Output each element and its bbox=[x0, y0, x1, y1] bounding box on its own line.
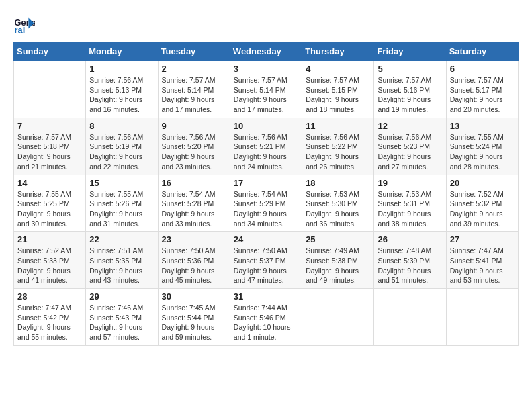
day-info: Sunrise: 7:48 AM Sunset: 5:39 PM Dayligh… bbox=[378, 246, 442, 285]
day-info: Sunrise: 7:46 AM Sunset: 5:43 PM Dayligh… bbox=[89, 303, 154, 342]
day-info: Sunrise: 7:56 AM Sunset: 5:20 PM Dayligh… bbox=[162, 132, 226, 172]
calendar-cell: 16Sunrise: 7:54 AM Sunset: 5:28 PM Dayli… bbox=[158, 175, 230, 232]
calendar-week-row: 28Sunrise: 7:47 AM Sunset: 5:42 PM Dayli… bbox=[14, 289, 519, 346]
day-info: Sunrise: 7:57 AM Sunset: 5:16 PM Dayligh… bbox=[378, 75, 442, 115]
calendar-cell: 12Sunrise: 7:56 AM Sunset: 5:23 PM Dayli… bbox=[374, 118, 446, 175]
day-info: Sunrise: 7:56 AM Sunset: 5:23 PM Dayligh… bbox=[378, 132, 442, 172]
calendar-cell: 19Sunrise: 7:53 AM Sunset: 5:31 PM Dayli… bbox=[374, 175, 446, 232]
weekday-header-sunday: Sunday bbox=[14, 42, 86, 61]
day-number: 29 bbox=[89, 291, 154, 302]
calendar-cell: 21Sunrise: 7:52 AM Sunset: 5:33 PM Dayli… bbox=[14, 232, 86, 289]
day-number: 11 bbox=[306, 121, 370, 131]
svg-text:ral: ral bbox=[15, 25, 26, 35]
weekday-header-thursday: Thursday bbox=[302, 42, 374, 61]
calendar-week-row: 21Sunrise: 7:52 AM Sunset: 5:33 PM Dayli… bbox=[14, 232, 519, 289]
weekday-header-monday: Monday bbox=[86, 42, 158, 61]
day-number: 24 bbox=[234, 234, 298, 244]
day-number: 28 bbox=[17, 291, 82, 302]
day-info: Sunrise: 7:52 AM Sunset: 5:33 PM Dayligh… bbox=[17, 246, 82, 285]
weekday-header-wednesday: Wednesday bbox=[230, 42, 302, 61]
day-number: 27 bbox=[450, 234, 515, 244]
calendar-cell: 29Sunrise: 7:46 AM Sunset: 5:43 PM Dayli… bbox=[86, 289, 158, 346]
day-number: 3 bbox=[234, 64, 298, 74]
day-number: 4 bbox=[306, 64, 370, 74]
day-info: Sunrise: 7:55 AM Sunset: 5:24 PM Dayligh… bbox=[450, 132, 515, 172]
day-info: Sunrise: 7:55 AM Sunset: 5:25 PM Dayligh… bbox=[17, 189, 82, 229]
calendar-cell: 23Sunrise: 7:50 AM Sunset: 5:36 PM Dayli… bbox=[158, 232, 230, 289]
calendar-cell: 2Sunrise: 7:57 AM Sunset: 5:14 PM Daylig… bbox=[158, 61, 230, 118]
day-info: Sunrise: 7:53 AM Sunset: 5:30 PM Dayligh… bbox=[306, 189, 370, 229]
day-info: Sunrise: 7:56 AM Sunset: 5:19 PM Dayligh… bbox=[89, 132, 154, 172]
page-header: Gene ral bbox=[13, 13, 519, 35]
day-info: Sunrise: 7:57 AM Sunset: 5:14 PM Dayligh… bbox=[162, 75, 226, 115]
logo-icon: Gene ral bbox=[13, 13, 35, 35]
day-number: 2 bbox=[162, 64, 226, 74]
day-number: 6 bbox=[450, 64, 515, 74]
calendar-cell: 27Sunrise: 7:47 AM Sunset: 5:41 PM Dayli… bbox=[446, 232, 518, 289]
calendar-cell: 22Sunrise: 7:51 AM Sunset: 5:35 PM Dayli… bbox=[86, 232, 158, 289]
calendar-cell: 7Sunrise: 7:57 AM Sunset: 5:18 PM Daylig… bbox=[14, 118, 86, 175]
day-info: Sunrise: 7:51 AM Sunset: 5:35 PM Dayligh… bbox=[89, 246, 154, 285]
calendar-cell: 3Sunrise: 7:57 AM Sunset: 5:14 PM Daylig… bbox=[230, 61, 302, 118]
day-number: 31 bbox=[234, 291, 298, 302]
day-number: 5 bbox=[378, 64, 442, 74]
day-number: 30 bbox=[162, 291, 226, 302]
day-number: 22 bbox=[89, 234, 154, 244]
calendar-cell: 25Sunrise: 7:49 AM Sunset: 5:38 PM Dayli… bbox=[302, 232, 374, 289]
calendar-cell: 4Sunrise: 7:57 AM Sunset: 5:15 PM Daylig… bbox=[302, 61, 374, 118]
day-number: 25 bbox=[306, 234, 370, 244]
day-info: Sunrise: 7:55 AM Sunset: 5:26 PM Dayligh… bbox=[89, 189, 154, 229]
day-number: 16 bbox=[162, 178, 226, 188]
day-info: Sunrise: 7:50 AM Sunset: 5:36 PM Dayligh… bbox=[162, 246, 226, 285]
day-info: Sunrise: 7:47 AM Sunset: 5:41 PM Dayligh… bbox=[450, 246, 515, 285]
calendar-cell: 14Sunrise: 7:55 AM Sunset: 5:25 PM Dayli… bbox=[14, 175, 86, 232]
weekday-header-saturday: Saturday bbox=[446, 42, 518, 61]
day-number: 12 bbox=[378, 121, 442, 131]
day-number: 13 bbox=[450, 121, 515, 131]
calendar-table: SundayMondayTuesdayWednesdayThursdayFrid… bbox=[13, 42, 519, 346]
calendar-week-row: 7Sunrise: 7:57 AM Sunset: 5:18 PM Daylig… bbox=[14, 118, 519, 175]
day-info: Sunrise: 7:50 AM Sunset: 5:37 PM Dayligh… bbox=[234, 246, 298, 285]
calendar-cell: 11Sunrise: 7:56 AM Sunset: 5:22 PM Dayli… bbox=[302, 118, 374, 175]
calendar-cell bbox=[302, 289, 374, 346]
day-info: Sunrise: 7:47 AM Sunset: 5:42 PM Dayligh… bbox=[17, 303, 82, 342]
calendar-cell: 20Sunrise: 7:52 AM Sunset: 5:32 PM Dayli… bbox=[446, 175, 518, 232]
day-info: Sunrise: 7:57 AM Sunset: 5:18 PM Dayligh… bbox=[17, 132, 82, 172]
calendar-cell: 10Sunrise: 7:56 AM Sunset: 5:21 PM Dayli… bbox=[230, 118, 302, 175]
day-number: 21 bbox=[17, 234, 82, 244]
day-number: 9 bbox=[162, 121, 226, 131]
calendar-week-row: 1Sunrise: 7:56 AM Sunset: 5:13 PM Daylig… bbox=[14, 61, 519, 118]
day-number: 7 bbox=[17, 121, 82, 131]
day-number: 20 bbox=[450, 178, 515, 188]
day-info: Sunrise: 7:56 AM Sunset: 5:22 PM Dayligh… bbox=[306, 132, 370, 172]
day-number: 18 bbox=[306, 178, 370, 188]
day-number: 15 bbox=[89, 178, 154, 188]
day-number: 17 bbox=[234, 178, 298, 188]
weekday-header-row: SundayMondayTuesdayWednesdayThursdayFrid… bbox=[14, 42, 519, 61]
weekday-header-friday: Friday bbox=[374, 42, 446, 61]
calendar-cell bbox=[374, 289, 446, 346]
day-info: Sunrise: 7:52 AM Sunset: 5:32 PM Dayligh… bbox=[450, 189, 515, 229]
day-number: 10 bbox=[234, 121, 298, 131]
calendar-cell bbox=[14, 61, 86, 118]
calendar-cell: 28Sunrise: 7:47 AM Sunset: 5:42 PM Dayli… bbox=[14, 289, 86, 346]
calendar-cell bbox=[446, 289, 518, 346]
day-number: 8 bbox=[89, 121, 154, 131]
day-info: Sunrise: 7:57 AM Sunset: 5:17 PM Dayligh… bbox=[450, 75, 515, 115]
calendar-cell: 24Sunrise: 7:50 AM Sunset: 5:37 PM Dayli… bbox=[230, 232, 302, 289]
day-info: Sunrise: 7:49 AM Sunset: 5:38 PM Dayligh… bbox=[306, 246, 370, 285]
day-info: Sunrise: 7:45 AM Sunset: 5:44 PM Dayligh… bbox=[162, 303, 226, 342]
day-info: Sunrise: 7:53 AM Sunset: 5:31 PM Dayligh… bbox=[378, 189, 442, 229]
day-number: 19 bbox=[378, 178, 442, 188]
calendar-week-row: 14Sunrise: 7:55 AM Sunset: 5:25 PM Dayli… bbox=[14, 175, 519, 232]
calendar-cell: 31Sunrise: 7:44 AM Sunset: 5:46 PM Dayli… bbox=[230, 289, 302, 346]
calendar-cell: 15Sunrise: 7:55 AM Sunset: 5:26 PM Dayli… bbox=[86, 175, 158, 232]
day-number: 1 bbox=[89, 64, 154, 74]
day-info: Sunrise: 7:56 AM Sunset: 5:21 PM Dayligh… bbox=[234, 132, 298, 172]
calendar-cell: 8Sunrise: 7:56 AM Sunset: 5:19 PM Daylig… bbox=[86, 118, 158, 175]
calendar-cell: 26Sunrise: 7:48 AM Sunset: 5:39 PM Dayli… bbox=[374, 232, 446, 289]
calendar-cell: 6Sunrise: 7:57 AM Sunset: 5:17 PM Daylig… bbox=[446, 61, 518, 118]
calendar-cell: 18Sunrise: 7:53 AM Sunset: 5:30 PM Dayli… bbox=[302, 175, 374, 232]
calendar-cell: 1Sunrise: 7:56 AM Sunset: 5:13 PM Daylig… bbox=[86, 61, 158, 118]
day-info: Sunrise: 7:54 AM Sunset: 5:29 PM Dayligh… bbox=[234, 189, 298, 229]
